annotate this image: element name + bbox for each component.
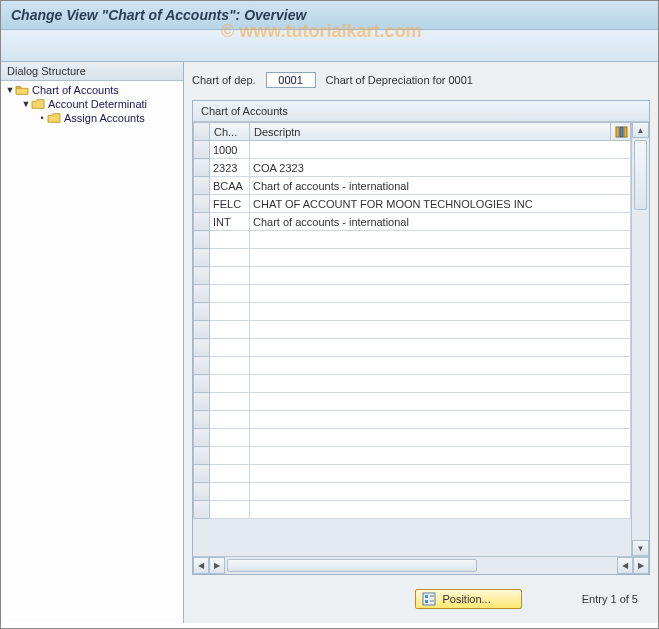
row-selector[interactable] (194, 159, 210, 177)
cell-description[interactable] (250, 285, 631, 303)
cell-description[interactable] (250, 465, 631, 483)
cell-code[interactable]: BCAA (210, 177, 250, 195)
cell-description[interactable] (250, 357, 631, 375)
row-selector[interactable] (194, 483, 210, 501)
table-settings-button[interactable] (611, 123, 631, 141)
cell-description[interactable] (250, 231, 631, 249)
row-selector[interactable] (194, 501, 210, 519)
row-selector[interactable] (194, 195, 210, 213)
scroll-down-button[interactable]: ▼ (632, 540, 649, 556)
table-row[interactable]: INTChart of accounts - international (194, 213, 631, 231)
cell-code[interactable] (210, 267, 250, 285)
scroll-track[interactable] (632, 138, 649, 540)
cell-code[interactable] (210, 411, 250, 429)
tree-item-assign-accounts[interactable]: • Assign Accounts (3, 111, 181, 125)
table-row-empty[interactable] (194, 321, 631, 339)
row-selector[interactable] (194, 357, 210, 375)
cell-code[interactable]: 1000 (210, 141, 250, 159)
cell-description[interactable] (250, 483, 631, 501)
row-selector[interactable] (194, 267, 210, 285)
table-row-empty[interactable] (194, 483, 631, 501)
cell-code[interactable]: 2323 (210, 159, 250, 177)
cell-description[interactable]: Chart of accounts - international (250, 213, 631, 231)
cell-code[interactable] (210, 501, 250, 519)
row-selector[interactable] (194, 177, 210, 195)
vertical-scrollbar[interactable]: ▲ ▼ (631, 122, 649, 556)
cell-description[interactable] (250, 411, 631, 429)
cell-code[interactable] (210, 375, 250, 393)
row-selector[interactable] (194, 303, 210, 321)
cell-code[interactable] (210, 357, 250, 375)
cell-code[interactable] (210, 249, 250, 267)
table-row-empty[interactable] (194, 411, 631, 429)
scroll-left-button[interactable]: ◀ (193, 557, 209, 574)
cell-description[interactable] (250, 267, 631, 285)
scroll-right-button-2[interactable]: ▶ (633, 557, 649, 574)
cell-description[interactable] (250, 393, 631, 411)
cell-code[interactable]: INT (210, 213, 250, 231)
table-row-empty[interactable] (194, 339, 631, 357)
table-row[interactable]: FELCCHAT OF ACCOUNT FOR MOON TECHNOLOGIE… (194, 195, 631, 213)
scroll-left-button-2[interactable]: ◀ (617, 557, 633, 574)
table-row[interactable]: BCAAChart of accounts - international (194, 177, 631, 195)
expand-arrow-icon[interactable]: ▼ (5, 85, 15, 95)
tree-item-account-determination[interactable]: ▼ Account Determinati (3, 97, 181, 111)
position-button[interactable]: Position... (415, 589, 521, 609)
table-row-empty[interactable] (194, 285, 631, 303)
cell-description[interactable]: Chart of accounts - international (250, 177, 631, 195)
row-selector[interactable] (194, 411, 210, 429)
row-selector[interactable] (194, 393, 210, 411)
cell-description[interactable] (250, 321, 631, 339)
row-selector[interactable] (194, 213, 210, 231)
chart-of-dep-input[interactable] (266, 72, 316, 88)
cell-description[interactable] (250, 141, 631, 159)
table-row-empty[interactable] (194, 447, 631, 465)
table-row-empty[interactable] (194, 429, 631, 447)
cell-description[interactable] (250, 249, 631, 267)
column-header-description[interactable]: Descriptn (250, 123, 611, 141)
expand-arrow-icon[interactable]: ▼ (21, 99, 31, 109)
table-row-empty[interactable] (194, 303, 631, 321)
cell-code[interactable] (210, 429, 250, 447)
row-selector[interactable] (194, 321, 210, 339)
table-row-empty[interactable] (194, 357, 631, 375)
hscroll-track[interactable] (225, 557, 617, 574)
cell-description[interactable] (250, 429, 631, 447)
cell-description[interactable] (250, 303, 631, 321)
table-row-empty[interactable] (194, 267, 631, 285)
table-row-empty[interactable] (194, 231, 631, 249)
scroll-right-button[interactable]: ▶ (209, 557, 225, 574)
cell-code[interactable] (210, 483, 250, 501)
table-row-empty[interactable] (194, 375, 631, 393)
cell-description[interactable] (250, 501, 631, 519)
table-row[interactable]: 2323COA 2323 (194, 159, 631, 177)
cell-code[interactable] (210, 303, 250, 321)
row-selector[interactable] (194, 231, 210, 249)
row-selector[interactable] (194, 285, 210, 303)
cell-description[interactable]: CHAT OF ACCOUNT FOR MOON TECHNOLOGIES IN… (250, 195, 631, 213)
scroll-thumb[interactable] (634, 140, 647, 210)
cell-code[interactable]: FELC (210, 195, 250, 213)
cell-code[interactable] (210, 465, 250, 483)
tree-item-chart-of-accounts[interactable]: ▼ Chart of Accounts (3, 83, 181, 97)
table-row-empty[interactable] (194, 249, 631, 267)
row-selector-header[interactable] (194, 123, 210, 141)
cell-code[interactable] (210, 339, 250, 357)
cell-code[interactable] (210, 447, 250, 465)
cell-description[interactable] (250, 339, 631, 357)
row-selector[interactable] (194, 429, 210, 447)
scroll-up-button[interactable]: ▲ (632, 122, 649, 138)
horizontal-scrollbar[interactable]: ◀ ▶ ◀ ▶ (193, 556, 649, 574)
row-selector[interactable] (194, 447, 210, 465)
cell-description[interactable]: COA 2323 (250, 159, 631, 177)
row-selector[interactable] (194, 375, 210, 393)
table-row-empty[interactable] (194, 501, 631, 519)
table-row-empty[interactable] (194, 465, 631, 483)
row-selector[interactable] (194, 465, 210, 483)
column-header-code[interactable]: Ch... (210, 123, 250, 141)
table-row[interactable]: 1000 (194, 141, 631, 159)
row-selector[interactable] (194, 141, 210, 159)
hscroll-thumb[interactable] (227, 559, 477, 572)
cell-code[interactable] (210, 285, 250, 303)
cell-code[interactable] (210, 393, 250, 411)
